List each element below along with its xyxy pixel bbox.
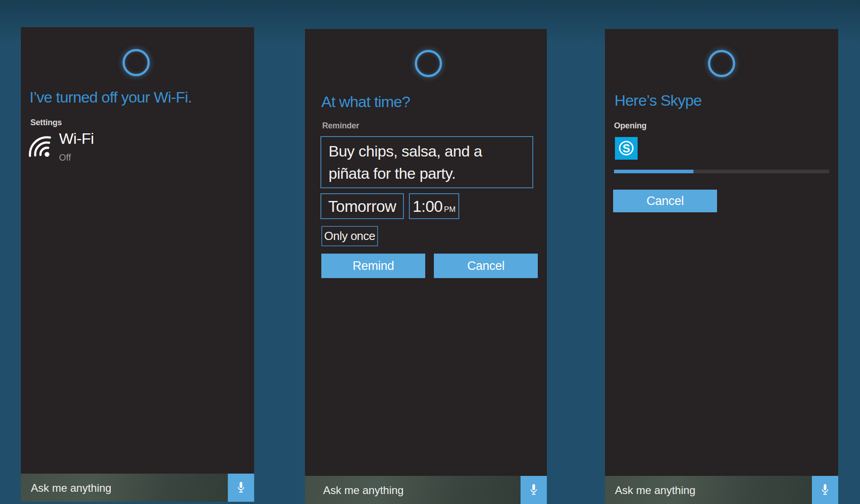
progress-fill (614, 170, 693, 173)
cancel-button[interactable]: Cancel (434, 254, 538, 278)
date-chip[interactable]: Tomorrow (320, 193, 404, 219)
search-bar (305, 476, 547, 504)
cortana-panel-skype: Here’s Skype Opening S Cancel (605, 29, 838, 504)
panel-title: Here’s Skype (614, 92, 702, 109)
section-label: Reminder (322, 121, 359, 131)
search-bar (605, 476, 838, 504)
section-label: Opening (614, 121, 647, 131)
cortana-panel-reminder: At what time? Reminder Buy chips, salsa,… (305, 29, 547, 504)
mic-button[interactable] (812, 476, 838, 504)
wifi-setting-row[interactable]: Wi-Fi Off (29, 128, 178, 169)
wifi-setting-name: Wi-Fi (59, 130, 94, 147)
cortana-ring-icon (708, 50, 735, 77)
cortana-panel-wifi: I’ve turned off your Wi-Fi. Settings Wi-… (21, 27, 254, 502)
skype-icon: S (615, 137, 638, 160)
reminder-text-line: piñata for the party. (329, 162, 525, 185)
time-meridiem: PM (444, 205, 456, 214)
search-input[interactable] (322, 476, 487, 504)
recurrence-chip[interactable]: Only once (321, 226, 378, 246)
search-input[interactable] (614, 476, 779, 504)
wifi-icon (29, 131, 55, 159)
time-value: 1:00 (413, 197, 442, 215)
microphone-icon (529, 483, 539, 497)
section-label: Settings (30, 118, 62, 127)
remind-button[interactable]: Remind (321, 254, 425, 278)
mic-button[interactable] (521, 476, 547, 504)
skype-letter: S (623, 142, 630, 155)
time-chip[interactable]: 1:00 PM (409, 193, 459, 219)
microphone-icon (820, 483, 830, 497)
search-input[interactable] (30, 474, 195, 503)
mic-button[interactable] (228, 474, 254, 502)
cortana-ring-icon (415, 50, 442, 77)
reminder-text-box[interactable]: Buy chips, salsa, and a piñata for the p… (320, 136, 533, 188)
cancel-button[interactable]: Cancel (613, 190, 717, 212)
microphone-icon (236, 481, 246, 494)
cortana-ring-icon (123, 49, 150, 76)
panel-title: I’ve turned off your Wi-Fi. (29, 88, 192, 106)
reminder-text-line: Buy chips, salsa, and a (329, 140, 525, 162)
progress-bar (614, 170, 829, 173)
search-bar (21, 474, 254, 502)
wifi-setting-status: Off (59, 152, 71, 163)
panel-title: At what time? (321, 93, 410, 111)
